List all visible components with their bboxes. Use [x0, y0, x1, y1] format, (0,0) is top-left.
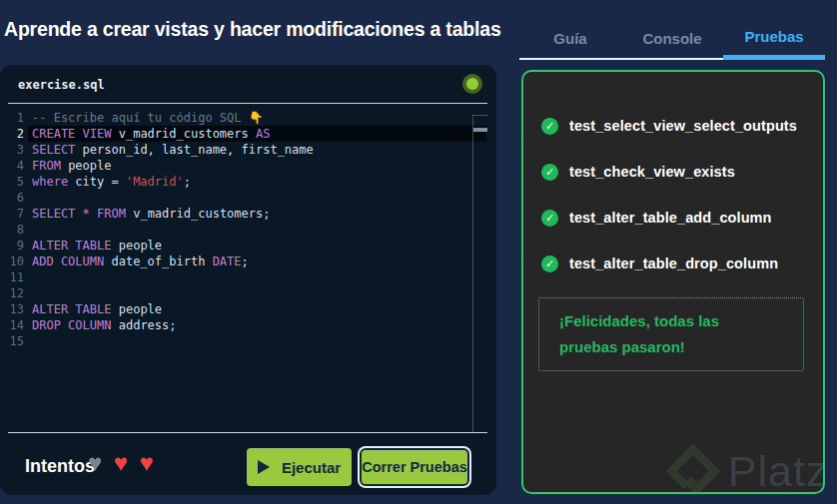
line-number: 12 — [0, 285, 24, 301]
run-tests-button-label: Correr Pruebas — [362, 459, 467, 475]
line-number: 5 — [0, 174, 24, 190]
code-text — [24, 222, 32, 238]
editor-footer-divider — [8, 432, 487, 433]
code-text: SELECT person_id, last_name, first_name — [24, 142, 314, 158]
line-number: 3 — [0, 142, 24, 158]
status-dot-icon — [462, 74, 482, 94]
tab-pruebas[interactable]: Pruebas — [723, 18, 825, 60]
test-name: test_select_view_select_outputs — [569, 118, 797, 134]
code-text: SELECT * FROM v_madrid_customers; — [24, 206, 270, 222]
test-list: ✓test_select_view_select_outputs✓test_ch… — [523, 72, 823, 275]
line-number: 13 — [0, 301, 24, 317]
code-line[interactable]: 13ALTER TABLE people — [0, 301, 486, 317]
line-number: 15 — [0, 333, 24, 349]
platzi-logo-icon — [664, 442, 722, 494]
code-area[interactable]: 1-- Escribe aquí tu código SQL 👇2CREATE … — [0, 110, 496, 349]
run-button[interactable]: Ejecutar — [247, 448, 352, 486]
code-line[interactable]: 11 — [0, 269, 486, 285]
check-icon: ✓ — [541, 255, 558, 272]
code-text — [24, 269, 32, 285]
code-text: DROP COLUMN address; — [24, 317, 177, 333]
watermark-text: Platzi — [728, 447, 825, 495]
code-line[interactable]: 2CREATE VIEW v_madrid_customers AS — [0, 126, 486, 142]
code-text: where city = 'Madrid'; — [24, 174, 191, 190]
code-line[interactable]: 6 — [0, 190, 486, 206]
code-line[interactable]: 7SELECT * FROM v_madrid_customers; — [0, 206, 486, 222]
tests-results-panel: ✓test_select_view_select_outputs✓test_ch… — [521, 70, 825, 494]
test-name: test_alter_table_add_column — [569, 210, 772, 226]
scrollbar-track-top — [472, 115, 488, 116]
line-number: 6 — [0, 190, 24, 206]
run-tests-button[interactable]: Correr Pruebas — [360, 448, 469, 486]
code-text: FROM people — [24, 158, 111, 174]
success-message-box: ¡Felicidades, todas las pruebas pasaron! — [538, 297, 804, 371]
line-number: 4 — [0, 158, 24, 174]
check-icon: ✓ — [541, 118, 558, 135]
tab-console[interactable]: Console — [621, 18, 723, 60]
editor-header-divider — [8, 103, 487, 104]
play-icon — [258, 460, 270, 474]
platzi-watermark: Platzi — [664, 442, 825, 494]
test-item: ✓test_alter_table_drop_column — [541, 252, 823, 275]
line-number: 2 — [0, 126, 24, 142]
code-line[interactable]: 3SELECT person_id, last_name, first_name — [0, 142, 486, 158]
code-text — [24, 190, 32, 206]
test-item: ✓test_alter_table_add_column — [541, 206, 823, 230]
tab-guia[interactable]: Guía — [519, 18, 621, 60]
attempts-label: Intentos — [25, 456, 95, 477]
code-text: CREATE VIEW v_madrid_customers AS — [24, 126, 270, 142]
code-line[interactable]: 9ALTER TABLE people — [0, 238, 486, 253]
scrollbar-thumb[interactable] — [473, 128, 487, 132]
check-icon: ✓ — [541, 164, 558, 181]
heart-icon: ♥ — [114, 449, 128, 477]
code-line[interactable]: 8 — [0, 222, 486, 238]
check-icon: ✓ — [541, 210, 558, 227]
test-name: test_check_view_exists — [569, 164, 735, 180]
line-number: 14 — [0, 317, 24, 333]
heart-icon: ♥ — [88, 449, 102, 477]
heart-icon: ♥ — [139, 449, 153, 477]
editor-filename: exercise.sql — [18, 78, 105, 92]
code-editor-panel: exercise.sql 1-- Escribe aquí tu código … — [0, 65, 496, 495]
test-item: ✓test_select_view_select_outputs — [541, 114, 823, 138]
line-number: 8 — [0, 222, 24, 238]
test-item: ✓test_check_view_exists — [541, 160, 823, 184]
code-line[interactable]: 10ADD COLUMN date_of_birth DATE; — [0, 253, 486, 269]
line-number: 7 — [0, 206, 24, 222]
code-line[interactable]: 1-- Escribe aquí tu código SQL 👇 — [0, 110, 486, 126]
page-title: Aprende a crear vistas y hacer modificac… — [4, 18, 501, 41]
code-line[interactable]: 15 — [0, 333, 486, 349]
scrollbar-track — [472, 115, 473, 432]
code-line[interactable]: 12 — [0, 285, 486, 301]
success-message: ¡Felicidades, todas las pruebas pasaron! — [559, 308, 771, 360]
right-panel-tabs: Guía Console Pruebas — [519, 18, 825, 60]
line-number: 11 — [0, 269, 24, 285]
code-text — [24, 333, 32, 349]
code-line[interactable]: 4FROM people — [0, 158, 486, 174]
test-name: test_alter_table_drop_column — [569, 255, 778, 271]
code-line[interactable]: 14DROP COLUMN address; — [0, 317, 486, 333]
code-text: ADD COLUMN date_of_birth DATE; — [24, 253, 249, 269]
line-number: 10 — [0, 253, 24, 269]
code-text: ALTER TABLE people — [24, 238, 162, 253]
code-text — [24, 285, 32, 301]
attempts-hearts: ♥ ♥ ♥ — [88, 449, 161, 477]
line-number: 1 — [0, 110, 24, 126]
code-line[interactable]: 5where city = 'Madrid'; — [0, 174, 486, 190]
line-number: 9 — [0, 238, 24, 253]
code-text: ALTER TABLE people — [24, 301, 162, 317]
code-text: -- Escribe aquí tu código SQL 👇 — [24, 110, 264, 126]
run-button-label: Ejecutar — [282, 459, 341, 476]
